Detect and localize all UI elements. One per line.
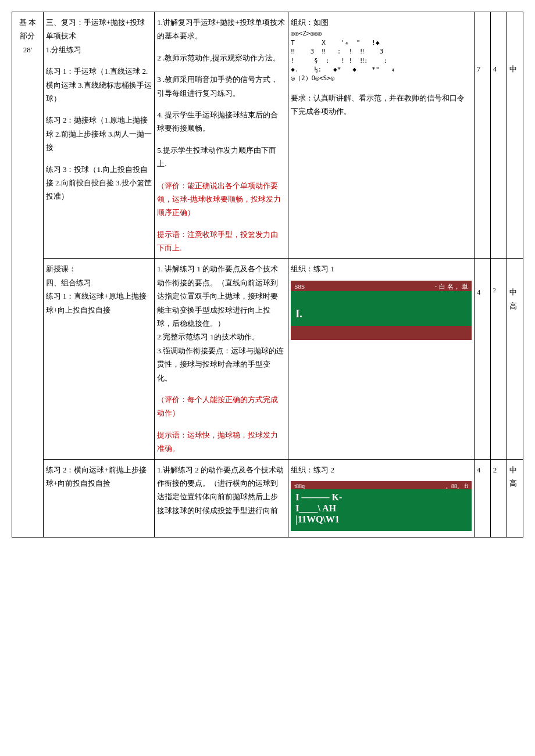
num-value: 4 [477,285,488,299]
level-value: 中 [509,62,520,76]
evaluation: （评价：每个人能按正确的方式完成动作） [157,393,286,420]
teacher-note: 2 .教师示范动作,提示观察动作方法。 [157,51,286,65]
num-value: 2 [493,285,504,296]
org-cell-3: 组织：练习 2 t88q 。88。 fi I ——— K- I____\ AH … [288,459,474,537]
combo-exercise: 练习 2：横向运球+前抛上步接球+向前投自投自捡 [46,463,152,490]
teacher-cell-2: 1. 讲解练习 1 的动作要点及各个技术动作衔接的要点。（直线向前运球到达指定位… [155,259,288,459]
level-cell: 中 高 [507,259,523,459]
content-cell-1: 三、复习：手运球+抛接+投球单项技术 1.分组练习 练习 1：手运球（1.直线运… [43,12,155,259]
num-cell: 2 [490,259,507,459]
table-row: 基 本 部分 28' 三、复习：手运球+抛接+投球单项技术 1.分组练习 练习 … [12,12,523,259]
num-value: 4 [477,463,488,476]
table-row: 练习 2：横向运球+前抛上步接球+向前投自投自捡 1.讲解练习 2 的动作要点及… [12,459,523,537]
org-title: 组织：练习 2 [291,463,471,476]
num-value: 2 [493,463,504,476]
num-value: 7 [477,62,488,76]
teacher-note: 1.讲解练习 2 的动作要点及各个技术动作衔接的要点。（进行横向的运球到达指定位… [157,463,286,518]
img2-top-right: 。88。 fi [445,481,468,489]
teacher-note: 3.强调动作衔接要点：运球与抛球的连贯性，接球与投球时合球的手型变化。 [157,344,286,385]
org-cell-1: 组织：如图 ◎◎<Z>◎◎◎ T X '₄ " !◆ ‼ 3 ‼ : ! ‼ 3… [288,12,474,259]
teacher-note: 1.讲解复习手运球+抛接+投球单项技术的基本要求。 [157,16,286,43]
content-cell-2: 新授课： 四、组合练习 练习 1：直线运球+原地上抛接球+向上投自投自接 [43,259,155,459]
combo-exercise: 练习 1：直线运球+原地上抛接球+向上投自投自接 [46,289,152,317]
content-cell-3: 练习 2：横向运球+前抛上步接球+向前投自投自捡 [43,459,155,537]
evaluation: （评价：能正确说出各个单项动作要领，运球-抛球收球要顺畅，投球发力顺序正确） [157,179,286,220]
section-label-1: 基 本 [19,16,36,29]
num-cell: 4 [474,259,490,459]
hint: 提示语：运球快，抛球稳，投球发力准确。 [157,428,286,456]
diagram-image-1: S8S ・白 名， 単 I. [291,281,471,345]
teacher-note: 4. 提示学生手运球抛接球结束后的合球要衔接顺畅。 [157,108,286,135]
num-value: 4 [493,62,504,76]
review-sub: 1.分组练习 [46,43,152,56]
img2-line: I____\ AH [295,503,466,514]
teacher-note: 3 .教师采用哨音加手势的信号方式，引导每组进行复习练习。 [157,73,286,100]
review-title: 三、复习：手运球+抛接+投球单项技术 [46,16,152,43]
exercise-1: 练习 1：手运球（1.直线运球 2.横向运球 3.直线绕标志桶换手运球） [46,65,152,105]
num-cell: 2 [490,459,507,537]
section-label-2: 部分 [20,29,35,42]
teacher-note: 2.完整示范练习 1的技术动作。 [157,330,286,343]
formation-diagram: ◎◎<Z>◎◎◎ T X '₄ " !◆ ‼ 3 ‼ : ! ‼ 3 ! § :… [291,29,471,83]
level-cell: 中 [507,12,523,259]
exercise-3: 练习 3：投球（1.向上投自投自接 2.向前投自投自捡 3.投小篮筐投准） [46,163,152,203]
teacher-note: 1. 讲解练习 1 的动作要点及各个技术动作衔接的要点。（直线向前运球到达指定位… [157,262,286,330]
section-cell: 基 本 部分 28' [12,12,44,538]
level-value: 高 [509,476,520,490]
num-cell: 7 [474,12,490,259]
teacher-cell-3: 1.讲解练习 2 的动作要点及各个技术动作衔接的要点。（进行横向的运球到达指定位… [155,459,288,537]
new-lesson: 新授课： [46,262,152,275]
img-top-left: S8S [294,281,305,291]
num-cell: 4 [490,12,507,259]
level-value: 中 [509,285,520,299]
img-mid: I. [295,304,302,323]
diagram-image-2: t88q 。88。 fi I ——— K- I____\ AH |11WQ\W1 [291,481,471,533]
lesson-plan-table: 基 本 部分 28' 三、复习：手运球+抛接+投球单项技术 1.分组练习 练习 … [12,12,523,538]
level-cell: 中 高 [507,459,523,537]
img2-top-left: t88q [294,481,305,489]
hint: 提示语：注意收球手型，投篮发力由下而上. [157,228,286,255]
section-minutes: 28' [23,43,32,56]
combo-title: 四、组合练习 [46,276,152,289]
exercise-2: 练习 2：抛接球（1.原地上抛接球 2.前抛上步接球 3.两人一抛一接 [46,113,152,154]
teacher-cell-1: 1.讲解复习手运球+抛接+投球单项技术的基本要求。 2 .教师示范动作,提示观察… [155,12,288,259]
table-row: 新授课： 四、组合练习 练习 1：直线运球+原地上抛接球+向上投自投自接 1. … [12,259,523,459]
org-title: 组织：练习 1 [291,262,471,275]
img2-line: |11WQ\W1 [295,514,466,525]
img2-line: I ——— K- [295,492,466,503]
level-value: 高 [509,299,520,313]
org-cell-2: 组织：练习 1 S8S ・白 名， 単 I. [288,259,474,459]
org-requirement: 要求：认真听讲解、看示范，并在教师的信号和口令下完成各项动作。 [291,91,471,119]
org-title: 组织：如图 [291,16,471,29]
teacher-note: 5.提示学生投球动作发力顺序由下而上. [157,144,286,171]
img-top-right: ・白 名， 単 [433,281,468,291]
num-cell: 4 [474,459,490,537]
level-value: 中 [509,463,520,476]
